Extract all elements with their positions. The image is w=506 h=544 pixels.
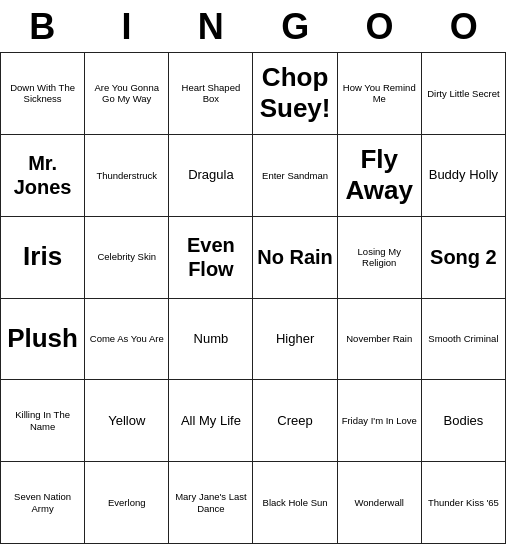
bingo-grid: Down With The SicknessAre You Gonna Go M… [0, 52, 506, 544]
header-letter: I [86, 6, 166, 48]
grid-cell: Thunderstruck [85, 135, 169, 217]
header-letter: G [255, 6, 335, 48]
grid-cell: Dragula [169, 135, 253, 217]
grid-cell: Mary Jane's Last Dance [169, 462, 253, 544]
grid-cell: Seven Nation Army [1, 462, 85, 544]
header-letter: O [424, 6, 504, 48]
grid-cell: Dirty Little Secret [422, 53, 506, 135]
grid-cell: Numb [169, 299, 253, 381]
header-letter: B [2, 6, 82, 48]
grid-cell: Down With The Sickness [1, 53, 85, 135]
grid-cell: Buddy Holly [422, 135, 506, 217]
grid-cell: Creep [253, 380, 337, 462]
grid-cell: Even Flow [169, 217, 253, 299]
grid-cell: How You Remind Me [338, 53, 422, 135]
grid-cell: Heart Shaped Box [169, 53, 253, 135]
grid-cell: Mr. Jones [1, 135, 85, 217]
grid-cell: Come As You Are [85, 299, 169, 381]
grid-cell: November Rain [338, 299, 422, 381]
grid-cell: Are You Gonna Go My Way [85, 53, 169, 135]
grid-cell: Killing In The Name [1, 380, 85, 462]
grid-cell: Song 2 [422, 217, 506, 299]
grid-cell: Plush [1, 299, 85, 381]
grid-cell: Bodies [422, 380, 506, 462]
grid-cell: No Rain [253, 217, 337, 299]
header-letter: N [171, 6, 251, 48]
grid-cell: Chop Suey! [253, 53, 337, 135]
grid-cell: Wonderwall [338, 462, 422, 544]
header-letter: O [339, 6, 419, 48]
grid-cell: Enter Sandman [253, 135, 337, 217]
grid-cell: Everlong [85, 462, 169, 544]
grid-cell: Black Hole Sun [253, 462, 337, 544]
grid-cell: Higher [253, 299, 337, 381]
grid-cell: Iris [1, 217, 85, 299]
grid-cell: Thunder Kiss '65 [422, 462, 506, 544]
grid-cell: Fly Away [338, 135, 422, 217]
bingo-header: BINGOO [0, 0, 506, 52]
grid-cell: Friday I'm In Love [338, 380, 422, 462]
grid-cell: All My Life [169, 380, 253, 462]
grid-cell: Smooth Criminal [422, 299, 506, 381]
grid-cell: Yellow [85, 380, 169, 462]
grid-cell: Losing My Religion [338, 217, 422, 299]
grid-cell: Celebrity Skin [85, 217, 169, 299]
